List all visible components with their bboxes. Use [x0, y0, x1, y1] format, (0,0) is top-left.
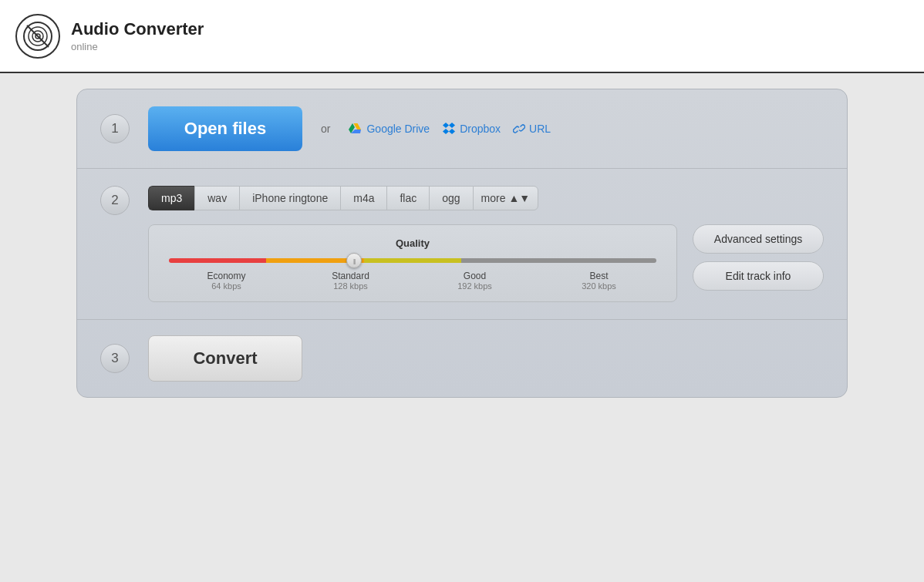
quality-slider[interactable] [169, 258, 656, 263]
slider-labels: Economy 64 kbps Standard 128 kbps Good 1… [164, 271, 661, 291]
step1-section: 1 Open files or Google Drive [77, 89, 847, 168]
economy-name: Economy [164, 271, 288, 281]
step2-content: mp3 wav iPhone ringtone m4a flac ogg mor… [148, 186, 824, 302]
tab-m4a[interactable]: m4a [340, 186, 386, 210]
tab-more[interactable]: more ▲▼ [473, 186, 539, 210]
good-name: Good [413, 271, 537, 281]
header: Audio Converter online [0, 0, 924, 73]
app-title: Audio Converter [71, 19, 204, 39]
svg-line-4 [27, 25, 49, 47]
svg-marker-8 [443, 123, 449, 128]
google-drive-icon [349, 122, 363, 136]
best-name: Best [537, 271, 661, 281]
tab-iphone-ringtone[interactable]: iPhone ringtone [239, 186, 340, 210]
main-container: 1 Open files or Google Drive [76, 89, 848, 398]
cloud-links: Google Drive Dropbox URL [349, 122, 551, 136]
standard-name: Standard [288, 271, 413, 281]
url-label: URL [529, 123, 551, 135]
convert-button[interactable]: Convert [148, 335, 302, 382]
dropbox-label: Dropbox [460, 123, 501, 135]
dropbox-icon [442, 122, 456, 136]
svg-marker-5 [354, 123, 362, 130]
slider-thumb[interactable] [346, 253, 362, 268]
tab-wav[interactable]: wav [194, 186, 239, 210]
best-kbps: 320 kbps [537, 281, 661, 291]
svg-marker-9 [449, 123, 455, 128]
tab-ogg[interactable]: ogg [429, 186, 472, 210]
good-kbps: 192 kbps [413, 281, 537, 291]
app-title-group: Audio Converter online [71, 19, 204, 53]
open-files-button[interactable]: Open files [148, 106, 302, 151]
step3-number: 3 [100, 344, 130, 373]
quality-best: Best 320 kbps [537, 271, 661, 291]
google-drive-link[interactable]: Google Drive [349, 122, 430, 136]
right-buttons: Advanced settings Edit track info [693, 224, 824, 291]
more-label: more [481, 192, 506, 204]
svg-marker-10 [443, 129, 449, 134]
google-drive-label: Google Drive [366, 123, 430, 135]
app-subtitle: online [71, 41, 98, 52]
step2-section: 2 mp3 wav iPhone ringtone m4a flac ogg m… [77, 169, 847, 319]
quality-section: Quality Economy 64 kbps Standard 128 kbp… [148, 224, 824, 302]
step3-section: 3 Convert [77, 320, 847, 397]
format-tabs: mp3 wav iPhone ringtone m4a flac ogg mor… [148, 186, 824, 210]
step2-number: 2 [100, 186, 130, 215]
url-link[interactable]: URL [513, 123, 551, 135]
dropbox-link[interactable]: Dropbox [442, 122, 501, 136]
slider-track [169, 258, 656, 263]
quality-standard: Standard 128 kbps [288, 271, 413, 291]
quality-box: Quality Economy 64 kbps Standard 128 kbp… [148, 224, 677, 302]
standard-kbps: 128 kbps [288, 281, 413, 291]
edit-track-info-button[interactable]: Edit track info [693, 261, 824, 291]
tab-flac[interactable]: flac [386, 186, 429, 210]
svg-marker-11 [449, 129, 455, 134]
or-text: or [321, 123, 330, 135]
logo-icon [22, 21, 53, 52]
url-link-icon [513, 123, 525, 135]
more-chevron-icon: ▲▼ [509, 192, 531, 204]
advanced-settings-button[interactable]: Advanced settings [693, 224, 824, 254]
step1-number: 1 [100, 114, 130, 143]
economy-kbps: 64 kbps [164, 281, 288, 291]
quality-economy: Economy 64 kbps [164, 271, 288, 291]
app-logo [15, 14, 60, 59]
quality-good: Good 192 kbps [413, 271, 537, 291]
quality-title: Quality [164, 237, 661, 249]
tab-mp3[interactable]: mp3 [148, 186, 194, 210]
